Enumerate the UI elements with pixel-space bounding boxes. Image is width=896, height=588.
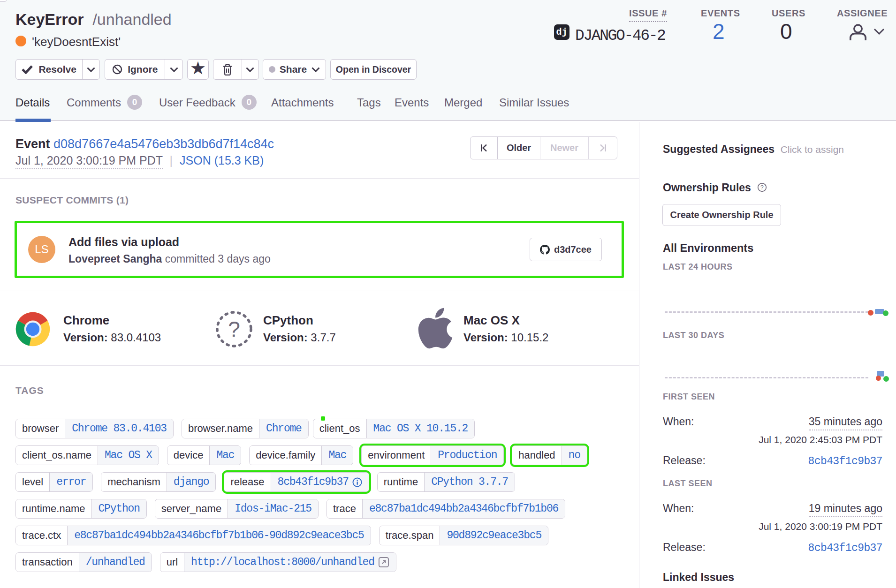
svg-text:?: ? bbox=[228, 317, 240, 341]
svg-text:?: ? bbox=[760, 184, 764, 191]
